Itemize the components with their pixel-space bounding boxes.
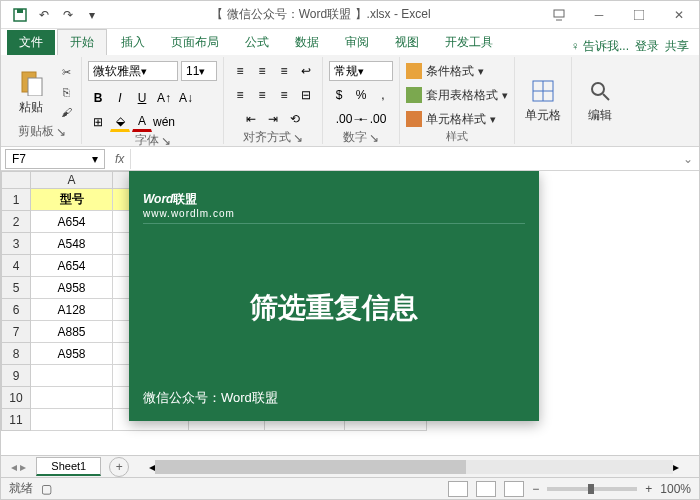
paste-button[interactable]: 粘贴 [9, 69, 53, 116]
row-header[interactable]: 6 [1, 299, 31, 321]
row-header[interactable]: 8 [1, 343, 31, 365]
tab-file[interactable]: 文件 [7, 30, 55, 55]
formula-expand-icon[interactable]: ⌄ [677, 152, 699, 166]
fx-icon[interactable]: fx [109, 152, 130, 166]
qat-dropdown-icon[interactable]: ▾ [81, 4, 103, 26]
align-left-icon[interactable]: ≡ [230, 85, 250, 105]
zoom-out-icon[interactable]: − [532, 482, 539, 496]
sheet-tab[interactable]: Sheet1 [36, 457, 101, 476]
table-format-button[interactable]: 套用表格格式 ▾ [406, 85, 508, 105]
cut-icon[interactable]: ✂ [57, 63, 75, 81]
normal-view-icon[interactable] [448, 481, 468, 497]
cell[interactable]: A958 [31, 343, 113, 365]
cell[interactable] [31, 387, 113, 409]
merge-cells-icon[interactable]: ⊟ [296, 85, 316, 105]
cell[interactable]: A885 [31, 321, 113, 343]
percent-icon[interactable]: % [351, 85, 371, 105]
font-name-combo[interactable]: 微软雅黑 ▾ [88, 61, 178, 81]
tab-dev[interactable]: 开发工具 [433, 30, 505, 55]
outdent-icon[interactable]: ⇤ [241, 109, 261, 129]
align-right-icon[interactable]: ≡ [274, 85, 294, 105]
cell[interactable]: A654 [31, 211, 113, 233]
number-format-combo[interactable]: 常规 ▾ [329, 61, 393, 81]
scroll-right-icon[interactable]: ▸ [673, 460, 679, 474]
decrease-font-icon[interactable]: A↓ [176, 88, 196, 108]
col-header[interactable]: A [31, 171, 113, 189]
save-icon[interactable] [9, 4, 31, 26]
increase-font-icon[interactable]: A↑ [154, 88, 174, 108]
maximize-icon[interactable] [619, 1, 659, 29]
align-top-icon[interactable]: ≡ [230, 61, 250, 81]
align-bottom-icon[interactable]: ≡ [274, 61, 294, 81]
dialog-launcher-icon[interactable]: ↘ [293, 131, 303, 145]
bold-button[interactable]: B [88, 88, 108, 108]
redo-icon[interactable]: ↷ [57, 4, 79, 26]
row-header[interactable]: 11 [1, 409, 31, 431]
cells-button[interactable]: 单元格 [521, 77, 565, 124]
zoom-slider[interactable] [547, 487, 637, 491]
wrap-text-icon[interactable]: ↩ [296, 61, 316, 81]
font-color-button[interactable]: A [132, 112, 152, 132]
align-middle-icon[interactable]: ≡ [252, 61, 272, 81]
login-link[interactable]: 登录 [635, 38, 659, 55]
format-painter-icon[interactable]: 🖌 [57, 103, 75, 121]
share-button[interactable]: 共享 [665, 38, 689, 55]
chevron-down-icon[interactable]: ▾ [92, 152, 98, 166]
tab-insert[interactable]: 插入 [109, 30, 157, 55]
page-layout-view-icon[interactable] [476, 481, 496, 497]
indent-icon[interactable]: ⇥ [263, 109, 283, 129]
align-center-icon[interactable]: ≡ [252, 85, 272, 105]
row-header[interactable]: 4 [1, 255, 31, 277]
horizontal-scrollbar[interactable]: ◂ ▸ [149, 460, 679, 474]
underline-button[interactable]: U [132, 88, 152, 108]
orientation-icon[interactable]: ⟲ [285, 109, 305, 129]
tab-formula[interactable]: 公式 [233, 30, 281, 55]
row-header[interactable]: 7 [1, 321, 31, 343]
select-all-corner[interactable] [1, 171, 31, 189]
tab-home[interactable]: 开始 [57, 29, 107, 55]
dialog-launcher-icon[interactable]: ↘ [161, 134, 171, 148]
cell[interactable]: A128 [31, 299, 113, 321]
tab-review[interactable]: 审阅 [333, 30, 381, 55]
cell[interactable] [31, 409, 113, 431]
cell[interactable]: 型号 [31, 189, 113, 211]
dialog-launcher-icon[interactable]: ↘ [369, 131, 379, 145]
font-size-combo[interactable]: 11 ▾ [181, 61, 217, 81]
page-break-view-icon[interactable] [504, 481, 524, 497]
row-header[interactable]: 5 [1, 277, 31, 299]
decrease-decimal-icon[interactable]: ←.00 [362, 109, 382, 129]
dialog-launcher-icon[interactable]: ↘ [56, 125, 66, 139]
editing-button[interactable]: 编辑 [578, 77, 622, 124]
close-icon[interactable]: ✕ [659, 1, 699, 29]
zoom-level[interactable]: 100% [660, 482, 691, 496]
cell-styles-button[interactable]: 单元格样式 ▾ [406, 109, 496, 129]
sheet-nav[interactable]: ◂ ▸ [1, 460, 36, 474]
row-header[interactable]: 2 [1, 211, 31, 233]
macro-record-icon[interactable]: ▢ [41, 482, 52, 496]
tab-data[interactable]: 数据 [283, 30, 331, 55]
tab-view[interactable]: 视图 [383, 30, 431, 55]
row-header[interactable]: 1 [1, 189, 31, 211]
cell[interactable]: A654 [31, 255, 113, 277]
row-header[interactable]: 10 [1, 387, 31, 409]
ribbon-options-icon[interactable] [539, 1, 579, 29]
cell[interactable] [31, 365, 113, 387]
cell[interactable]: A958 [31, 277, 113, 299]
add-sheet-button[interactable]: + [109, 457, 129, 477]
row-header[interactable]: 3 [1, 233, 31, 255]
fill-color-button[interactable]: ⬙ [110, 112, 130, 132]
copy-icon[interactable]: ⎘ [57, 83, 75, 101]
undo-icon[interactable]: ↶ [33, 4, 55, 26]
name-box[interactable]: F7▾ [5, 149, 105, 169]
formula-bar[interactable] [130, 149, 677, 169]
tell-me[interactable]: ♀ 告诉我... [571, 38, 629, 55]
minimize-icon[interactable]: ─ [579, 1, 619, 29]
currency-icon[interactable]: $ [329, 85, 349, 105]
phonetic-button[interactable]: wén [154, 112, 174, 132]
row-header[interactable]: 9 [1, 365, 31, 387]
tab-layout[interactable]: 页面布局 [159, 30, 231, 55]
comma-icon[interactable]: , [373, 85, 393, 105]
cell[interactable]: A548 [31, 233, 113, 255]
zoom-in-icon[interactable]: + [645, 482, 652, 496]
conditional-format-button[interactable]: 条件格式 ▾ [406, 61, 484, 81]
